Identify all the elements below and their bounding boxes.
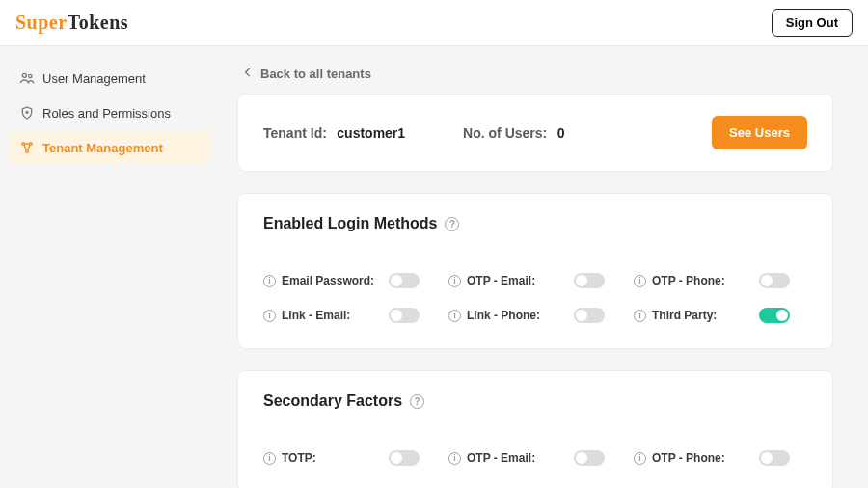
logo: SuperTokens (15, 12, 128, 34)
method-label: TOTP: (282, 451, 316, 465)
method-third-party: i Third Party: (634, 308, 807, 323)
secondary-factors-card: Secondary Factors ? i TOTP: i OTP - Emai… (237, 370, 833, 488)
toggle-knob (776, 310, 788, 321)
toggle-knob (576, 310, 587, 321)
sidebar: User Management Roles and Permissions Te… (0, 46, 222, 488)
tenant-id-label: Tenant Id: (263, 125, 327, 141)
method-label: OTP - Email: (467, 451, 535, 465)
tenant-users-label: No. of Users: (463, 125, 547, 141)
see-users-button[interactable]: See Users (712, 116, 807, 149)
tenant-users: No. of Users: 0 (463, 124, 564, 142)
topbar: SuperTokens Sign Out (0, 0, 868, 46)
method-label: OTP - Email: (467, 274, 535, 287)
login-methods-title: Enabled Login Methods (263, 215, 437, 232)
info-icon[interactable]: i (634, 275, 646, 287)
factor-otp-email: i OTP - Email: (448, 450, 622, 466)
sidebar-item-tenant-management[interactable]: Tenant Management (10, 131, 212, 164)
method-label: OTP - Phone: (652, 451, 725, 465)
svg-point-5 (26, 150, 29, 153)
network-icon (19, 140, 35, 155)
method-link-phone: i Link - Phone: (448, 308, 622, 323)
method-link-email: i Link - Email: (263, 308, 437, 323)
toggle-otp-email[interactable] (574, 273, 605, 288)
toggle-knob (576, 452, 587, 464)
layout: User Management Roles and Permissions Te… (0, 46, 868, 488)
method-otp-email: i OTP - Email: (448, 273, 622, 288)
method-email-password: i Email Password: (263, 273, 437, 288)
tenant-users-value: 0 (557, 125, 565, 141)
info-icon[interactable]: i (634, 310, 646, 322)
login-methods-header: Enabled Login Methods ? (263, 215, 807, 232)
factor-totp: i TOTP: (263, 450, 437, 466)
arrow-left-icon (241, 66, 255, 82)
info-icon[interactable]: i (263, 452, 276, 465)
method-label: OTP - Phone: (652, 274, 725, 287)
toggle-knob (761, 452, 773, 464)
toggle-knob (391, 275, 402, 286)
toggle-email-password[interactable] (389, 273, 420, 288)
shield-icon (19, 105, 35, 121)
method-label: Link - Phone: (467, 309, 540, 322)
toggle-otp-phone[interactable] (759, 273, 790, 288)
toggle-link-phone[interactable] (574, 308, 605, 323)
method-otp-phone: i OTP - Phone: (634, 273, 807, 288)
toggle-knob (576, 275, 587, 286)
method-label: Third Party: (652, 309, 717, 322)
sidebar-item-label: User Management (42, 71, 146, 86)
toggle-sf-otp-email[interactable] (574, 450, 605, 466)
method-label: Link - Email: (282, 309, 350, 322)
info-icon[interactable]: i (634, 452, 646, 465)
sidebar-item-user-management[interactable]: User Management (10, 62, 212, 95)
tenant-id: Tenant Id: customer1 (263, 124, 405, 142)
help-icon[interactable]: ? (410, 394, 424, 409)
toggle-knob (391, 310, 402, 321)
logo-prefix: Super (15, 12, 68, 33)
tenant-info: Tenant Id: customer1 No. of Users: 0 (263, 124, 564, 142)
users-icon (19, 70, 35, 86)
toggle-totp[interactable] (389, 450, 420, 466)
info-icon[interactable]: i (263, 310, 276, 322)
info-icon[interactable]: i (448, 310, 461, 322)
login-methods-grid: i Email Password: i OTP - Email: i OTP -… (263, 273, 807, 323)
svg-point-4 (30, 143, 33, 146)
back-link-label: Back to all tenants (260, 67, 371, 81)
toggle-link-email[interactable] (389, 308, 420, 323)
info-icon[interactable]: i (263, 275, 276, 287)
logo-suffix: Tokens (68, 12, 128, 33)
svg-point-2 (26, 111, 28, 113)
toggle-knob (391, 452, 402, 464)
sign-out-button[interactable]: Sign Out (772, 9, 853, 37)
back-to-tenants-link[interactable]: Back to all tenants (237, 54, 833, 94)
factor-otp-phone: i OTP - Phone: (634, 450, 807, 466)
svg-point-1 (29, 74, 32, 77)
secondary-factors-header: Secondary Factors ? (263, 393, 807, 410)
svg-point-0 (22, 73, 26, 77)
info-icon[interactable]: i (448, 452, 461, 465)
tenant-summary-card: Tenant Id: customer1 No. of Users: 0 See… (237, 94, 833, 172)
toggle-sf-otp-phone[interactable] (759, 450, 790, 466)
toggle-third-party[interactable] (759, 308, 790, 323)
sidebar-item-label: Tenant Management (42, 141, 163, 155)
info-icon[interactable]: i (448, 275, 461, 287)
secondary-factors-grid: i TOTP: i OTP - Email: i OTP - Phone: (263, 450, 807, 466)
tenant-id-value: customer1 (337, 125, 405, 141)
toggle-knob (761, 275, 773, 286)
sidebar-item-roles-permissions[interactable]: Roles and Permissions (10, 96, 212, 129)
sidebar-item-label: Roles and Permissions (42, 106, 171, 121)
svg-point-3 (22, 143, 25, 146)
secondary-factors-title: Secondary Factors (263, 393, 402, 410)
main: Back to all tenants Tenant Id: customer1… (222, 46, 868, 488)
login-methods-card: Enabled Login Methods ? i Email Password… (237, 193, 833, 349)
help-icon[interactable]: ? (445, 217, 459, 231)
method-label: Email Password: (282, 274, 374, 287)
